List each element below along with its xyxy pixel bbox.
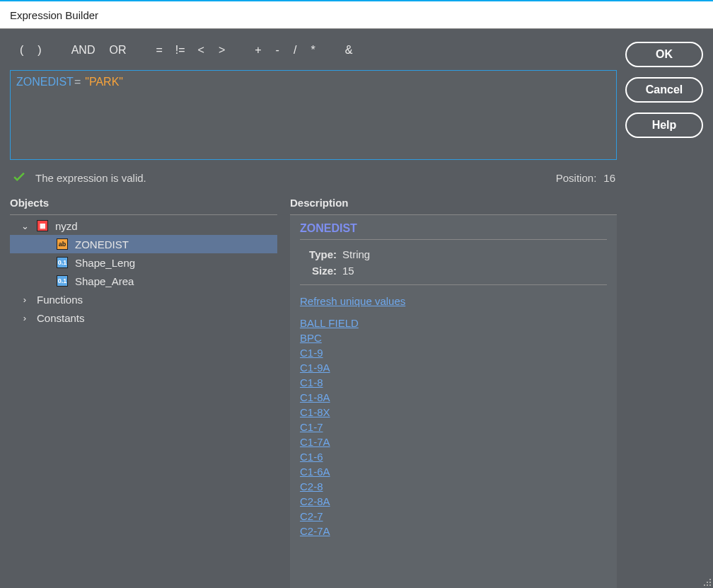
tree-item-field-shapeleng[interactable]: 0.1 Shape_Leng (10, 253, 277, 272)
op-lparen[interactable]: ( (13, 44, 30, 57)
status-bar: The expression is valid. Position: 16 (10, 160, 617, 197)
expression-input[interactable]: ZONEDIST="PARK" (10, 70, 617, 160)
tree-label: nyzd (55, 220, 78, 232)
value-link[interactable]: C2-7A (300, 524, 330, 538)
value-link[interactable]: C1-7A (300, 434, 330, 449)
objects-header: Objects (10, 197, 277, 214)
desc-title: ZONEDIST (300, 222, 607, 240)
op-amp[interactable]: & (338, 44, 360, 57)
expr-field: ZONEDIST (16, 76, 74, 88)
refresh-values-link[interactable]: Refresh unique values (300, 295, 405, 307)
tree-item-functions[interactable]: › Functions (10, 290, 277, 309)
check-icon (11, 170, 27, 185)
value-link[interactable]: C1-8X (300, 405, 330, 420)
tree-item-field-zonedist[interactable]: ab ZONEDIST (10, 235, 277, 253)
size-value: 15 (342, 263, 354, 279)
text-field-icon: ab (57, 238, 68, 250)
numeric-field-icon: 0.1 (57, 275, 68, 287)
chevron-right-icon[interactable]: › (18, 294, 31, 305)
op-plus[interactable]: + (248, 44, 268, 57)
objects-tree: ⌄ ▦ nyzd ab ZONEDIST 0.1 Shape_Leng 0.1 (10, 214, 277, 588)
op-and[interactable]: AND (64, 44, 103, 57)
op-gt[interactable]: > (211, 44, 232, 57)
value-link[interactable]: C1-8A (300, 390, 330, 405)
op-eq[interactable]: = (149, 44, 169, 57)
help-button[interactable]: Help (625, 113, 703, 138)
type-value: String (342, 247, 370, 263)
type-label: Type: (300, 247, 337, 263)
expr-value: "PARK" (85, 76, 123, 88)
resize-grip-icon[interactable] (702, 577, 711, 586)
position-value: 16 (603, 172, 615, 184)
numeric-field-icon: 0.1 (57, 257, 68, 268)
value-link[interactable]: BALL FIELD (300, 316, 359, 330)
value-link[interactable]: BPC (300, 330, 322, 345)
layer-icon: ▦ (37, 220, 48, 231)
ok-button[interactable]: OK (625, 42, 703, 67)
value-link[interactable]: C2-8A (300, 494, 330, 509)
tree-label: Functions (37, 294, 83, 306)
value-link[interactable]: C1-9A (300, 360, 330, 375)
value-link[interactable]: C1-6 (300, 449, 323, 464)
description-panel: ZONEDIST Type:String Size:15 Refresh uni… (290, 214, 617, 588)
value-link[interactable]: C1-8 (300, 375, 323, 390)
status-text: The expression is valid. (35, 172, 146, 184)
position-label: Position: (556, 172, 597, 184)
tree-label: Constants (37, 312, 85, 324)
tree-label: Shape_Leng (75, 257, 135, 269)
tree-label: Shape_Area (75, 275, 134, 287)
cancel-button[interactable]: Cancel (625, 77, 703, 103)
op-lt[interactable]: < (191, 44, 211, 57)
value-link[interactable]: C1-6A (300, 464, 330, 479)
op-minus[interactable]: - (269, 44, 286, 57)
tree-label: ZONEDIST (75, 238, 129, 250)
tree-item-constants[interactable]: › Constants (10, 309, 277, 327)
op-div[interactable]: / (286, 44, 303, 57)
op-rparen[interactable]: ) (30, 44, 48, 57)
tree-item-field-shapearea[interactable]: 0.1 Shape_Area (10, 272, 277, 290)
unique-values-list: BALL FIELD BPC C1-9 C1-9A C1-8 C1-8A C1-… (300, 316, 607, 538)
value-link[interactable]: C1-7 (300, 420, 323, 434)
tree-item-layer[interactable]: ⌄ ▦ nyzd (10, 217, 277, 235)
chevron-right-icon[interactable]: › (18, 313, 31, 323)
value-link[interactable]: C2-7 (300, 509, 323, 524)
chevron-down-icon[interactable]: ⌄ (18, 221, 31, 231)
description-header: Description (290, 197, 617, 214)
expr-op: = (74, 76, 81, 88)
window-title: Expression Builder (0, 0, 713, 29)
op-mul[interactable]: * (303, 44, 322, 57)
operator-toolbar: ( ) AND OR = != < > + - / * & (10, 38, 617, 70)
value-link[interactable]: C1-9 (300, 345, 323, 360)
size-label: Size: (300, 263, 337, 279)
op-neq[interactable]: != (170, 44, 191, 57)
op-or[interactable]: OR (102, 44, 133, 57)
value-link[interactable]: C2-8 (300, 479, 323, 494)
